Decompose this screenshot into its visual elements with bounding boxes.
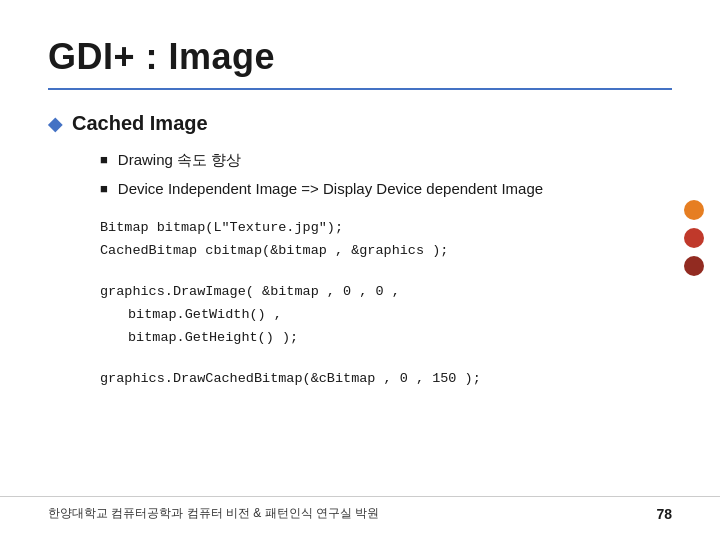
circle-3 xyxy=(684,256,704,276)
sub-bullet-1: ■ xyxy=(100,151,108,169)
code-block-3: graphics.DrawCachedBitmap(&cBitmap , 0 ,… xyxy=(100,368,672,391)
sub-item-2-text: Device Independent Image => Display Devi… xyxy=(118,178,543,199)
code-line-4: bitmap.GetWidth() , xyxy=(128,304,672,327)
code-line-6: graphics.DrawCachedBitmap(&cBitmap , 0 ,… xyxy=(100,368,672,391)
code-block-2: graphics.DrawImage( &bitmap , 0 , 0 , bi… xyxy=(100,281,672,350)
sub-item-2: ■ Device Independent Image => Display De… xyxy=(100,178,672,199)
divider xyxy=(48,88,672,90)
code-block-1: Bitmap bitmap(L"Texture.jpg"); CachedBit… xyxy=(100,217,672,263)
code-line-1: Bitmap bitmap(L"Texture.jpg"); xyxy=(100,217,672,240)
circle-1 xyxy=(684,200,704,220)
code-line-2: CachedBitmap cbitmap(&bitmap , &graphics… xyxy=(100,240,672,263)
circle-2 xyxy=(684,228,704,248)
bullet-diamond-icon: ◆ xyxy=(48,113,62,135)
code-line-3: graphics.DrawImage( &bitmap , 0 , 0 , xyxy=(100,281,672,304)
code-line-5: bitmap.GetHeight() ); xyxy=(128,327,672,350)
footer-page-number: 78 xyxy=(656,506,672,522)
slide: GDI+ : Image ◆ Cached Image ■ Drawing 속도… xyxy=(0,0,720,540)
sub-items: ■ Drawing 속도 향상 ■ Device Independent Ima… xyxy=(100,149,672,199)
sub-bullet-2: ■ xyxy=(100,180,108,198)
section-heading: ◆ Cached Image xyxy=(48,112,672,135)
section-heading-text: Cached Image xyxy=(72,112,208,135)
slide-title: GDI+ : Image xyxy=(48,36,672,78)
sub-item-1: ■ Drawing 속도 향상 xyxy=(100,149,672,170)
decorative-circles xyxy=(684,200,704,276)
footer-institution: 한양대학교 컴퓨터공학과 컴퓨터 비전 & 패턴인식 연구실 박원 xyxy=(48,505,379,522)
sub-item-1-text: Drawing 속도 향상 xyxy=(118,149,241,170)
footer: 한양대학교 컴퓨터공학과 컴퓨터 비전 & 패턴인식 연구실 박원 78 xyxy=(0,496,720,522)
